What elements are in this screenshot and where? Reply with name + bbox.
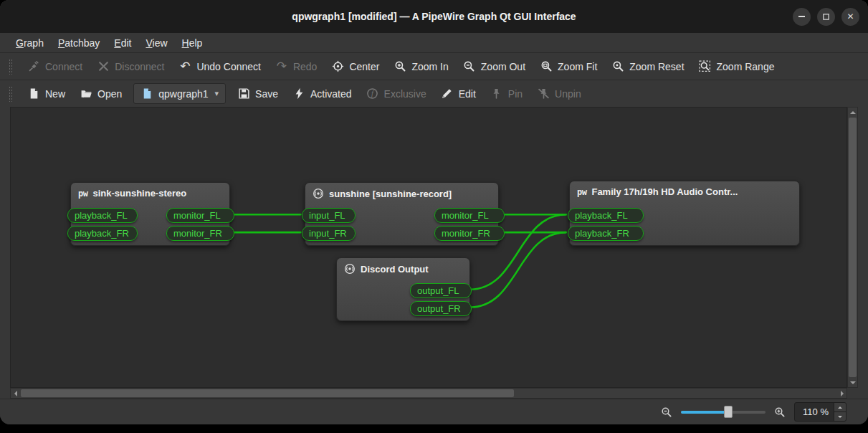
menu-help[interactable]: Help (175, 35, 210, 51)
zoom-in-button[interactable]: Zoom In (386, 57, 455, 77)
maximize-button[interactable] (817, 8, 835, 26)
disconnect-button[interactable]: Disconnect (90, 57, 171, 77)
pin-icon (490, 87, 503, 100)
exclusive-button[interactable]: Exclusive (359, 84, 434, 104)
zoom-out-icon[interactable] (661, 406, 672, 418)
arrow-up-icon (838, 404, 842, 409)
menu-bar: Graph Patchbay Edit View Help (0, 33, 868, 52)
menu-view[interactable]: View (138, 35, 174, 51)
node-header: sunshine [sunshine-record] (305, 183, 498, 202)
connect-button[interactable]: Connect (20, 57, 90, 77)
node-header: Discord Output (337, 258, 469, 277)
port-monitor-fr[interactable]: monitor_FR (166, 226, 234, 241)
slider-fill (681, 411, 728, 414)
patchbay-profile-combo[interactable]: qpwgraph1 ▾ (133, 83, 226, 104)
zoom-slider[interactable] (681, 406, 766, 418)
save-icon (237, 87, 250, 100)
vertical-scroll-thumb[interactable] (849, 118, 857, 377)
node-discord-output[interactable]: Discord Output output_FL output_FR (336, 257, 470, 321)
pipewire-icon: pw (78, 189, 87, 198)
connect-icon (27, 60, 40, 73)
chevron-down-icon: ▾ (215, 89, 219, 98)
port-playback-fr[interactable]: playback_FR (67, 226, 138, 241)
graph-toolbar: Connect Disconnect ↶ Undo Connect ↷ Redo… (0, 52, 868, 80)
save-button[interactable]: Save (230, 84, 285, 104)
record-icon (344, 263, 356, 275)
zoom-in-icon (394, 60, 406, 73)
window-controls: ✕ (793, 0, 859, 33)
node-title: Family 17h/19h HD Audio Contr... (591, 186, 738, 197)
open-button[interactable]: Open (72, 84, 129, 104)
toolbar-handle[interactable] (9, 59, 13, 75)
edit-pencil-icon (441, 87, 454, 100)
zoom-value: 110 % (795, 406, 834, 417)
spin-down-button[interactable] (834, 411, 846, 421)
graph-canvas[interactable]: pw sink-sunshine-stereo playback_FL play… (10, 107, 847, 388)
port-monitor-fl[interactable]: monitor_FL (434, 208, 505, 223)
port-input-fl[interactable]: input_FL (302, 208, 356, 223)
undo-icon: ↶ (178, 60, 191, 73)
horizontal-scrollbar[interactable] (10, 388, 847, 399)
new-file-icon (27, 87, 40, 100)
scroll-down-button[interactable] (848, 378, 857, 387)
activated-button[interactable]: Activated (285, 84, 359, 104)
scrollbar-corner (847, 388, 858, 399)
zoom-spinbox[interactable]: 110 % (794, 402, 846, 422)
arrow-down-icon (850, 381, 856, 387)
node-family-hd-audio[interactable]: pw Family 17h/19h HD Audio Contr... play… (569, 181, 800, 246)
port-input-fr[interactable]: input_FR (302, 226, 356, 241)
minimize-button[interactable] (793, 8, 811, 26)
graph-canvas-wrap: pw sink-sunshine-stereo playback_FL play… (10, 107, 858, 399)
pipewire-icon: pw (577, 188, 586, 196)
node-header: pw Family 17h/19h HD Audio Contr... (570, 181, 799, 200)
scroll-up-button[interactable] (848, 108, 857, 117)
undo-connect-button[interactable]: ↶ Undo Connect (171, 57, 268, 77)
zoom-reset-button[interactable]: Zoom Reset (604, 57, 691, 77)
zoom-in-icon[interactable] (774, 406, 786, 418)
scroll-right-button[interactable] (837, 389, 846, 398)
pin-button[interactable]: Pin (483, 84, 530, 104)
zoom-out-button[interactable]: Zoom Out (456, 57, 533, 77)
activated-bolt-icon (292, 87, 305, 100)
port-playback-fr[interactable]: playback_FR (568, 226, 644, 241)
zoom-fit-button[interactable]: Zoom Fit (533, 57, 604, 77)
new-button[interactable]: New (20, 84, 72, 104)
horizontal-scroll-thumb[interactable] (21, 389, 514, 397)
node-sunshine[interactable]: sunshine [sunshine-record] input_FL inpu… (305, 182, 499, 246)
app-window: qpwgraph1 [modified] — A PipeWire Graph … (0, 0, 868, 424)
zoom-fit-icon (540, 60, 553, 73)
port-output-fr[interactable]: output_FR (410, 301, 472, 316)
port-output-fl[interactable]: output_FL (410, 283, 472, 298)
unpin-button[interactable]: Unpin (530, 84, 588, 104)
scroll-left-button[interactable] (11, 389, 20, 398)
zoom-range-button[interactable]: Zoom Range (692, 57, 782, 77)
disconnect-icon (97, 60, 110, 73)
edit-button[interactable]: Edit (434, 84, 483, 104)
redo-button[interactable]: ↷ Redo (268, 57, 324, 77)
maximize-icon (821, 12, 831, 22)
port-playback-fl[interactable]: playback_FL (568, 208, 644, 223)
port-playback-fl[interactable]: playback_FL (67, 208, 138, 223)
menu-patchbay[interactable]: Patchbay (51, 35, 107, 51)
zoom-out-icon (463, 60, 476, 73)
file-icon (140, 87, 153, 100)
arrow-right-icon (841, 391, 846, 396)
window-title: qpwgraph1 [modified] — A PipeWire Graph … (0, 11, 868, 22)
node-sink-sunshine-stereo[interactable]: pw sink-sunshine-stereo playback_FL play… (70, 182, 230, 246)
port-monitor-fl[interactable]: monitor_FL (166, 208, 234, 223)
menu-edit[interactable]: Edit (107, 35, 138, 51)
vertical-scrollbar[interactable] (847, 107, 858, 388)
zoom-range-icon (699, 60, 712, 73)
close-button[interactable]: ✕ (841, 8, 859, 26)
exclusive-icon (366, 87, 379, 100)
unpin-icon (537, 87, 550, 100)
menu-graph[interactable]: Graph (9, 35, 51, 51)
node-title: sink-sunshine-stereo (92, 188, 186, 199)
slider-handle[interactable] (724, 406, 733, 418)
connections-layer (11, 108, 846, 387)
port-monitor-fr[interactable]: monitor_FR (434, 226, 505, 241)
arrow-down-icon (838, 416, 842, 420)
toolbar-handle[interactable] (9, 86, 13, 102)
spin-up-button[interactable] (834, 403, 846, 411)
center-button[interactable]: Center (324, 57, 386, 77)
